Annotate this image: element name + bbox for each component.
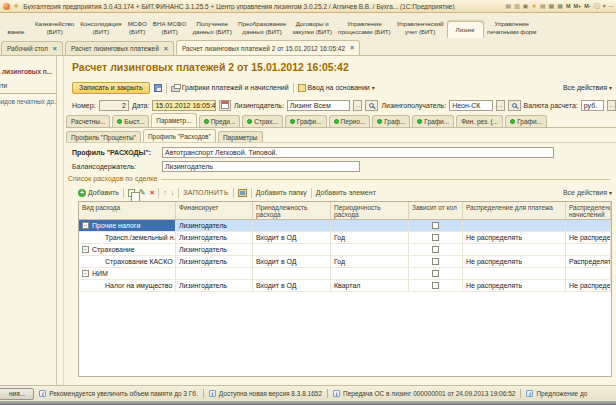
tab-desktop[interactable]: Рабочий стол × <box>1 41 63 55</box>
list-all-actions-button[interactable]: Все действия ▾ <box>563 189 612 196</box>
save-icon[interactable]: ▤ <box>505 2 511 10</box>
currency-choose-button[interactable]: ... <box>607 100 616 111</box>
status-item-version[interactable]: i Доступна новая версия 8.3.8.1652 <box>209 390 322 397</box>
tab-profile-percents[interactable]: Профиль "Проценты" <box>66 131 141 142</box>
col-header-belonging[interactable]: Принадлежность расхода <box>253 202 331 219</box>
status-item-memory[interactable]: i Рекомендуется увеличить объем памяти д… <box>39 390 198 397</box>
depends-checkbox[interactable] <box>432 246 439 253</box>
lessee-field[interactable]: Неон-СК <box>449 100 492 111</box>
memory-button[interactable]: M <box>566 2 571 10</box>
depends-checkbox[interactable] <box>432 270 439 277</box>
lessee-choose-button[interactable]: ... <box>496 100 505 111</box>
sidebar-header-fragment[interactable]: т лизинговых п... <box>0 68 52 75</box>
tab-grafi-2[interactable]: Графи... <box>412 115 454 127</box>
calendar-icon[interactable]: ▦ <box>557 2 563 10</box>
save-and-close-button[interactable]: Записать и закрыть <box>72 82 150 94</box>
close-tab-icon[interactable]: × <box>53 46 57 52</box>
col-header-dist-accrual[interactable]: Распределение начислений <box>566 202 611 219</box>
calculator-icon[interactable]: ▦ <box>549 2 555 10</box>
status-item-transfer[interactable]: i Передача ОС в лизинг 000000001 от 24.0… <box>333 390 515 397</box>
status-item-offer[interactable]: i Предложение до <box>526 390 587 397</box>
minimize-icon[interactable]: ─ <box>609 2 613 10</box>
depends-checkbox[interactable] <box>432 222 439 229</box>
table-row[interactable]: −Прочие налоги Лизингодатель <box>79 220 611 232</box>
section-tab-print-forms[interactable]: Управление печатными форм <box>484 18 539 38</box>
depends-checkbox[interactable] <box>432 258 439 265</box>
section-tab-msfo[interactable]: МСФО (БИТ) <box>125 18 150 38</box>
table-row[interactable]: Трансп./земельный н... Лизингодатель Вхо… <box>79 232 611 244</box>
currency-field[interactable]: руб. <box>581 100 604 111</box>
copy-row-icon[interactable] <box>128 189 135 197</box>
history-icon[interactable]: ▤ <box>540 2 546 10</box>
edit-row-icon[interactable]: ✎ <box>139 189 146 197</box>
tab-strah[interactable]: Страх... <box>242 115 283 127</box>
lessor-field[interactable]: Лизинг Всем <box>287 100 351 111</box>
payment-graphs-button[interactable]: Графики платежей и начислений <box>171 84 289 92</box>
close-tab-icon[interactable]: × <box>164 46 168 52</box>
date-field[interactable]: 15.01.2012 16:05:42 <box>152 100 216 111</box>
table-row[interactable]: Налог на имущество Лизингодатель Входит … <box>79 280 611 292</box>
col-header-financier[interactable]: Финансирует <box>176 202 253 219</box>
fill-button[interactable]: ЗАПОЛНИТЬ <box>183 189 228 196</box>
dropdown-icon[interactable]: ▾ <box>603 2 606 10</box>
tab-grafi-3[interactable]: Графи... <box>505 115 547 127</box>
collapse-icon[interactable]: − <box>82 270 89 277</box>
add-folder-button[interactable]: Добавить папку <box>256 189 307 196</box>
based-on-button[interactable]: Ввод на основании ▾ <box>298 84 375 92</box>
section-tab-vna-msfo[interactable]: ВНА МСФО (БИТ) <box>150 18 190 38</box>
memory-plus-button[interactable]: M+ <box>574 2 582 10</box>
move-up-icon[interactable]: ↑ <box>163 189 167 197</box>
section-tab-consolidation[interactable]: Консолидация (БИТ) <box>77 18 124 38</box>
minimized-window-button[interactable]: ния... <box>0 388 34 400</box>
table-row[interactable]: Страхование КАСКО Лизингодатель Входит в… <box>79 256 611 268</box>
close-tab-icon[interactable]: × <box>350 45 354 51</box>
lessee-open-button[interactable] <box>508 100 521 111</box>
tab-leasing-calc-1[interactable]: Расчет лизинговых платежей × <box>65 41 174 55</box>
profile-field[interactable]: Автотранспорт Легковой. Типовой. <box>162 147 554 158</box>
section-tab-treasury[interactable]: Казначейство (БИТ) <box>32 18 77 38</box>
col-header-depends[interactable]: Зависит от кол <box>409 202 463 219</box>
tab-perio[interactable]: Перио... <box>329 115 371 127</box>
memory-minus-button[interactable]: M- <box>584 2 590 10</box>
section-tab-budgeting[interactable]: вание <box>0 26 32 38</box>
lessor-choose-button[interactable]: ... <box>353 100 362 111</box>
sidebar-printforms-link[interactable]: видов печатных до... <box>0 98 57 105</box>
tab-graf[interactable]: Граф... <box>372 115 410 127</box>
balance-holder-field[interactable]: Лизингодатель <box>162 161 360 172</box>
save-document-icon[interactable] <box>154 84 162 92</box>
tab-parameters[interactable]: Параметры <box>218 131 263 142</box>
favorites-star-icon[interactable]: ★ <box>13 2 19 10</box>
tab-bystr[interactable]: Быст... <box>112 115 149 127</box>
section-tab-data-receiving[interactable]: Получение данных (БИТ) <box>189 18 235 38</box>
tab-grafi-1[interactable]: Графи... <box>285 115 327 127</box>
tab-fin-rez[interactable]: Фин. рез. (... <box>456 115 503 127</box>
print-preview-icon[interactable]: ▣ <box>523 2 529 10</box>
col-header-dist-payment[interactable]: Распределение для платежа <box>463 202 566 219</box>
tab-parametry[interactable]: Параметр... <box>151 113 196 127</box>
section-tab-process-mgmt[interactable]: Управление процессами (БИТ) <box>335 18 394 38</box>
col-header-expense-type[interactable]: Вид расхода <box>79 202 176 219</box>
sidebar-find-link[interactable]: йти <box>0 82 7 89</box>
add-row-button[interactable]: + Добавить <box>78 189 119 197</box>
tab-profile-expenses[interactable]: Профиль "Расходов" <box>143 129 216 142</box>
tab-raschetny[interactable]: Расчетны... <box>66 115 110 127</box>
depends-checkbox[interactable] <box>432 282 439 289</box>
info-icon[interactable]: ⓘ <box>594 2 600 10</box>
collapse-icon[interactable]: − <box>82 246 89 253</box>
favorites-icon[interactable]: ★ <box>532 2 537 10</box>
number-field[interactable]: 2 <box>99 100 129 111</box>
move-down-icon[interactable]: ↓ <box>171 189 175 197</box>
add-element-button[interactable]: Добавить элемент <box>316 189 376 196</box>
tab-leasing-calc-2[interactable]: Расчет лизинговых платежей 2 от 15.01.20… <box>176 40 360 55</box>
depends-checkbox[interactable] <box>432 234 439 241</box>
levels-icon[interactable] <box>238 189 247 197</box>
date-picker-button[interactable] <box>219 100 231 111</box>
section-tab-mgmt-accounting[interactable]: Управленческий учет (БИТ) <box>394 18 447 38</box>
tab-predi[interactable]: Преди... <box>199 115 241 127</box>
table-row[interactable]: −НИМ <box>79 268 611 280</box>
col-header-periodicity[interactable]: Периодичность расхода <box>331 202 409 219</box>
delete-row-icon[interactable]: × <box>150 189 155 197</box>
section-tab-leasing[interactable]: Лизинг <box>447 21 484 38</box>
lessor-open-button[interactable] <box>365 100 378 111</box>
all-actions-button[interactable]: Все действия ▾ <box>563 84 612 91</box>
